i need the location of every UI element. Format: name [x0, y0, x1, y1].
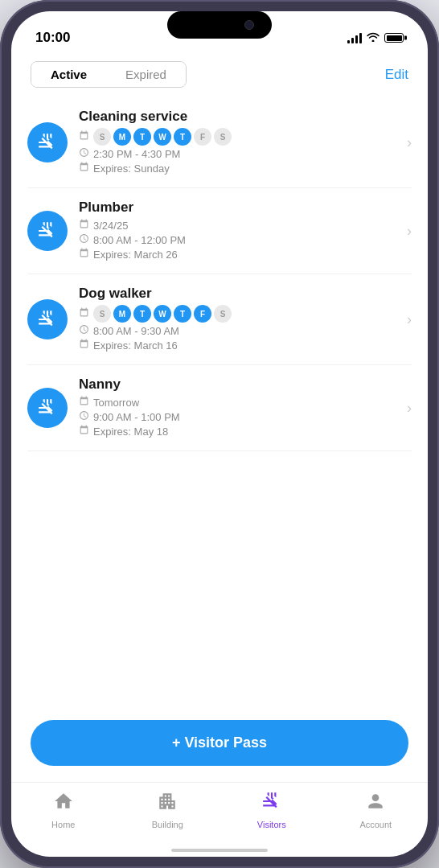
- pass-icon-cleaning: [27, 122, 68, 162]
- dw-w: W: [154, 305, 171, 323]
- status-time: 10:00: [35, 30, 70, 46]
- day-s1: S: [93, 128, 111, 146]
- nav-label-home: Home: [51, 820, 75, 829]
- calendar2-icon-plumber: [79, 248, 89, 261]
- day-badges-dogwalker: S M T W T F S: [93, 305, 232, 323]
- bottom-nav: Home Building Visitors: [11, 782, 428, 849]
- pass-date-nanny: Tomorrow: [79, 396, 396, 409]
- camera: [244, 20, 254, 30]
- pass-icon-nanny: [27, 388, 68, 428]
- nav-label-building: Building: [152, 820, 183, 829]
- time-text-dogwalker: 8:00 AM - 9:30 AM: [93, 325, 179, 337]
- dw-m: M: [113, 305, 131, 323]
- dw-t1: T: [133, 305, 151, 323]
- visitor-pass-button[interactable]: + Visitor Pass: [31, 720, 408, 766]
- pass-item-plumber[interactable]: Plumber 3/24/25 8:00 AM - 12:00 PM: [27, 188, 412, 274]
- pass-expires-plumber: Expires: March 26: [79, 248, 396, 261]
- dw-s1: S: [93, 305, 111, 323]
- clock-icon-cleaning: [79, 147, 89, 160]
- pass-time-dogwalker: 8:00 AM - 9:30 AM: [79, 324, 396, 337]
- pass-days-cleaning: S M T W T F S: [79, 128, 396, 146]
- notch: [167, 11, 272, 39]
- tab-expired[interactable]: Expired: [106, 62, 186, 87]
- nav-label-visitors: Visitors: [257, 820, 286, 829]
- home-indicator: [11, 849, 428, 857]
- expires-text-cleaning: Expires: Sunday: [93, 162, 170, 175]
- pass-expires-nanny: Expires: May 18: [79, 425, 396, 438]
- pass-name-nanny: Nanny: [79, 376, 396, 393]
- chevron-dogwalker: ›: [407, 311, 412, 328]
- date-text-plumber: 3/24/25: [93, 220, 128, 232]
- nav-item-visitors[interactable]: Visitors: [220, 791, 324, 829]
- calendar2-icon-dogwalker: [79, 339, 89, 352]
- pass-name-cleaning: Cleaning service: [79, 109, 396, 125]
- day-m: M: [113, 128, 131, 146]
- edit-button[interactable]: Edit: [385, 67, 408, 83]
- status-icons: [347, 31, 404, 44]
- pass-info-plumber: Plumber 3/24/25 8:00 AM - 12:00 PM: [79, 200, 396, 262]
- pass-expires-dogwalker: Expires: March 16: [79, 339, 396, 352]
- pass-expires-cleaning: Expires: Sunday: [79, 162, 396, 175]
- visitor-pass-section: + Visitor Pass: [11, 707, 428, 782]
- chevron-plumber: ›: [407, 223, 412, 240]
- expires-text-dogwalker: Expires: March 16: [93, 339, 178, 352]
- battery-icon: [384, 33, 404, 43]
- pass-info-dogwalker: Dog walker S M T W T F: [79, 286, 396, 353]
- clock-icon-nanny: [79, 410, 89, 423]
- dw-s2: S: [214, 305, 232, 323]
- expires-text-nanny: Expires: May 18: [93, 426, 168, 438]
- pass-icon-plumber: [27, 211, 68, 251]
- visitors-icon: [261, 791, 282, 817]
- calendar-icon-dogwalker: [79, 307, 89, 320]
- pass-item-dogwalker[interactable]: Dog walker S M T W T F: [27, 274, 412, 365]
- phone-screen: 10:00: [11, 11, 428, 857]
- home-icon: [53, 791, 74, 817]
- chevron-cleaning: ›: [407, 134, 412, 151]
- phone-frame: 10:00: [0, 0, 439, 868]
- signal-icon: [347, 32, 362, 43]
- clock-icon-plumber: [79, 233, 89, 246]
- day-s2: S: [214, 128, 232, 146]
- nav-item-building[interactable]: Building: [116, 791, 220, 829]
- tab-toggle: Active Expired: [31, 61, 187, 88]
- pass-date-plumber: 3/24/25: [79, 219, 396, 232]
- calendar-icon-cleaning: [79, 130, 89, 143]
- pass-item-cleaning[interactable]: Cleaning service S M T W T F: [27, 97, 412, 188]
- chevron-nanny: ›: [407, 400, 412, 417]
- day-w: W: [154, 128, 171, 146]
- pass-time-plumber: 8:00 AM - 12:00 PM: [79, 233, 396, 246]
- tab-active[interactable]: Active: [31, 62, 106, 87]
- pass-days-dogwalker: S M T W T F S: [79, 305, 396, 323]
- clock-icon-dogwalker: [79, 324, 89, 337]
- date-text-nanny: Tomorrow: [93, 397, 139, 409]
- day-f: F: [194, 128, 211, 146]
- nav-item-account[interactable]: Account: [324, 791, 429, 829]
- wifi-icon: [367, 31, 380, 44]
- header: Active Expired Edit: [11, 53, 428, 97]
- time-text-plumber: 8:00 AM - 12:00 PM: [93, 234, 186, 246]
- dw-f: F: [194, 305, 211, 323]
- expires-text-plumber: Expires: March 26: [93, 249, 178, 261]
- calendar-icon-plumber: [79, 219, 89, 232]
- pass-icon-dogwalker: [27, 299, 68, 339]
- building-icon: [157, 791, 178, 817]
- nav-item-home[interactable]: Home: [11, 791, 116, 829]
- pass-info-cleaning: Cleaning service S M T W T F: [79, 109, 396, 176]
- day-badges-cleaning: S M T W T F S: [93, 128, 232, 146]
- calendar2-icon-cleaning: [79, 162, 89, 175]
- pass-time-cleaning: 2:30 PM - 4:30 PM: [79, 147, 396, 160]
- calendar-icon-nanny: [79, 396, 89, 409]
- calendar2-icon-nanny: [79, 425, 89, 438]
- nav-label-account: Account: [359, 820, 392, 829]
- home-bar: [171, 849, 268, 852]
- pass-name-dogwalker: Dog walker: [79, 286, 396, 302]
- pass-time-nanny: 9:00 AM - 1:00 PM: [79, 410, 396, 423]
- main-content: Active Expired Edit Cleaning service: [11, 53, 428, 857]
- time-text-nanny: 9:00 AM - 1:00 PM: [93, 411, 180, 423]
- pass-item-nanny[interactable]: Nanny Tomorrow 9:00 AM - 1:00 PM: [27, 365, 412, 451]
- dw-t2: T: [174, 305, 191, 323]
- pass-info-nanny: Nanny Tomorrow 9:00 AM - 1:00 PM: [79, 376, 396, 439]
- account-icon: [365, 791, 386, 817]
- time-text-cleaning: 2:30 PM - 4:30 PM: [93, 148, 180, 160]
- pass-list: Cleaning service S M T W T F: [11, 97, 428, 707]
